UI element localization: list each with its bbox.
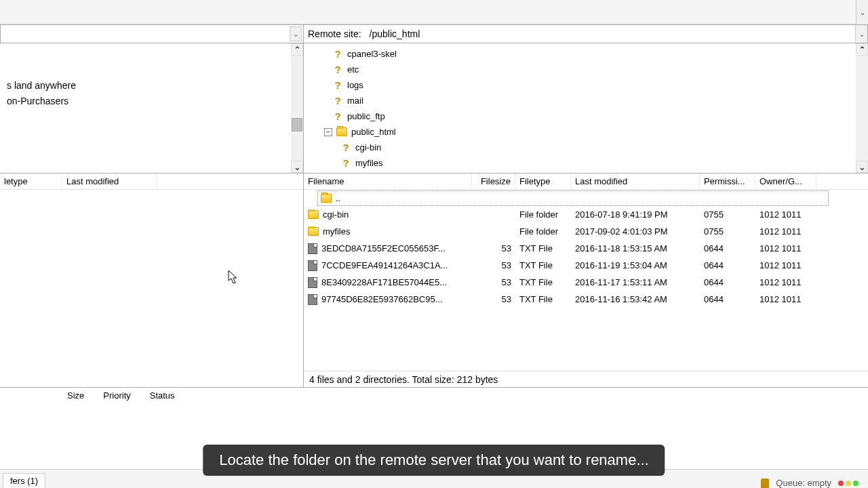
remote-column-headers: Filename⌃ Filesize Filetype Last modifie… — [304, 174, 868, 190]
scroll-up-button[interactable]: ⌃ — [856, 43, 868, 56]
tree-item-label: logs — [347, 80, 363, 90]
file-row[interactable]: cgi-binFile folder2016-07-18 9:41:19 PM0… — [304, 206, 868, 223]
remote-file-list[interactable]: ..cgi-binFile folder2016-07-18 9:41:19 P… — [304, 190, 868, 371]
tree-item-label: mail — [347, 96, 363, 106]
cell-size: 53 — [472, 260, 515, 270]
cell-size: 53 — [472, 294, 515, 304]
col-priority[interactable]: Priority — [100, 390, 133, 401]
remote-tree-item[interactable]: ?logs — [304, 77, 868, 93]
col-filetype[interactable]: Filetype — [515, 174, 571, 189]
tree-collapse-button[interactable]: − — [324, 128, 332, 136]
col-owner[interactable]: Owner/G... — [755, 174, 816, 189]
remote-status-bar: 4 files and 2 directories. Total size: 2… — [304, 371, 868, 387]
remote-tree-panel: ?cpanel3-skel?etc?logs?mail?public_ftp−p… — [304, 43, 868, 173]
site-path-row: ⌄ Remote site: ⌄ — [0, 24, 868, 43]
unknown-folder-icon: ? — [340, 158, 351, 169]
col-last-modified[interactable]: Last modified — [62, 174, 157, 189]
remote-site-label: Remote site: — [304, 25, 366, 43]
file-icon — [308, 277, 317, 288]
queue-column-headers: Size Priority Status — [0, 388, 868, 403]
chevron-down-icon: ⌄ — [860, 9, 865, 16]
lock-icon — [761, 479, 769, 488]
local-site-dropdown[interactable]: ⌄ — [290, 26, 302, 41]
remote-tree-item[interactable]: ?public_ftp — [304, 108, 868, 124]
chevron-down-icon: ⌄ — [859, 162, 866, 172]
cell-type: TXT File — [515, 260, 571, 270]
local-file-list-panel: letype Last modified — [0, 174, 304, 387]
sort-asc-icon: ⌃ — [380, 174, 385, 177]
toolbar-scroll-right[interactable]: ⌄ — [856, 0, 868, 24]
remote-tree-item[interactable]: −public_html — [304, 124, 868, 140]
cell-type: File folder — [515, 209, 571, 220]
folder-icon — [336, 127, 347, 136]
col-filesize[interactable]: Filesize — [472, 174, 515, 189]
scroll-down-button[interactable]: ⌄ — [856, 161, 868, 173]
dot-red-icon — [838, 481, 844, 486]
remote-tree-item[interactable]: ?myfiles — [304, 155, 868, 171]
file-row[interactable]: 7CCDE9FEA49141264A3C1A...53TXT File2016-… — [304, 257, 868, 274]
file-row[interactable]: 97745D6E82E5937662BC95...53TXT File2016-… — [304, 291, 868, 308]
caption-overlay: Locate the folder on the remote server t… — [203, 445, 665, 476]
col-size[interactable]: Size — [64, 390, 87, 401]
col-filename[interactable]: Filename⌃ — [304, 174, 472, 189]
remote-tree-scrollbar[interactable]: ⌃ ⌄ — [856, 43, 868, 173]
local-tree-item[interactable]: s land anywhere — [0, 77, 303, 93]
folder-icon — [321, 194, 332, 203]
remote-tree-item[interactable]: ?mail — [304, 93, 868, 108]
unknown-folder-icon: ? — [332, 96, 343, 106]
cell-modified: 2017-09-02 4:01:03 PM — [571, 226, 700, 237]
col-filetype[interactable]: letype — [0, 174, 62, 189]
dot-yellow-icon — [846, 481, 851, 486]
remote-site-input[interactable] — [366, 25, 855, 43]
cell-type: TXT File — [515, 243, 571, 253]
cell-modified: 2016-11-17 1:53:11 AM — [571, 277, 700, 287]
file-name: myfiles — [323, 226, 350, 237]
tree-item-label: public_ftp — [347, 111, 385, 121]
col-last-modified[interactable]: Last modified — [571, 174, 700, 189]
remote-tree-item[interactable]: ?cpanel3-skel — [304, 46, 868, 62]
local-site-combo[interactable]: ⌄ — [0, 24, 304, 43]
chevron-down-icon: ⌄ — [293, 30, 298, 38]
tree-item-label: etc — [347, 64, 359, 75]
file-row[interactable]: 3EDCD8A7155F2EC055653F...53TXT File2016-… — [304, 240, 868, 257]
file-row[interactable]: 8E3409228AF171BE57044E5...53TXT File2016… — [304, 274, 868, 291]
file-name: 3EDCD8A7155F2EC055653F... — [321, 243, 446, 253]
tree-item-label: cgi-bin — [355, 142, 381, 152]
col-status[interactable]: Status — [147, 390, 178, 401]
cell-perm: 0644 — [700, 294, 755, 304]
status-tray: Queue: empty — [761, 478, 865, 488]
unknown-folder-icon: ? — [340, 142, 351, 153]
remote-site-box: Remote site: ⌄ — [304, 24, 868, 43]
cell-type: TXT File — [515, 277, 571, 287]
local-tree-scrollbar[interactable]: ⌃ ⌄ — [291, 43, 303, 173]
cell-perm: 0644 — [700, 260, 755, 270]
local-column-headers: letype Last modified — [0, 174, 303, 190]
cell-owner: 1012 1011 — [755, 209, 816, 220]
cell-modified: 2016-11-18 1:53:15 AM — [571, 243, 700, 253]
toolbar: ⌄ — [0, 0, 868, 24]
remote-tree-item[interactable]: ?cgi-bin — [304, 140, 868, 155]
local-file-list[interactable] — [0, 190, 303, 387]
file-name: 7CCDE9FEA49141264A3C1A... — [321, 260, 448, 270]
scroll-thumb[interactable] — [292, 118, 302, 131]
file-name: 8E3409228AF171BE57044E5... — [321, 277, 447, 287]
queue-status-text: Queue: empty — [776, 478, 831, 488]
file-row[interactable]: .. — [317, 190, 829, 206]
folder-icon — [308, 227, 319, 236]
cell-perm: 0644 — [700, 243, 755, 253]
local-tree-item[interactable]: on-Purchasers — [0, 93, 303, 108]
cell-type: File folder — [515, 226, 571, 237]
cell-size: 53 — [472, 243, 515, 253]
col-permissions[interactable]: Permissi... — [700, 174, 755, 189]
remote-site-dropdown[interactable]: ⌄ — [855, 25, 867, 43]
dot-green-icon — [853, 481, 859, 486]
file-icon — [308, 260, 317, 271]
scroll-down-button[interactable]: ⌄ — [291, 161, 303, 173]
cell-owner: 1012 1011 — [755, 277, 816, 287]
file-row[interactable]: myfilesFile folder2017-09-02 4:01:03 PM0… — [304, 223, 868, 240]
connection-indicator — [838, 481, 859, 486]
tab-transfers[interactable]: fers (1) — [3, 473, 45, 488]
scroll-up-button[interactable]: ⌃ — [291, 43, 303, 56]
remote-tree-item[interactable]: ?etc — [304, 62, 868, 77]
file-name: .. — [336, 193, 340, 203]
